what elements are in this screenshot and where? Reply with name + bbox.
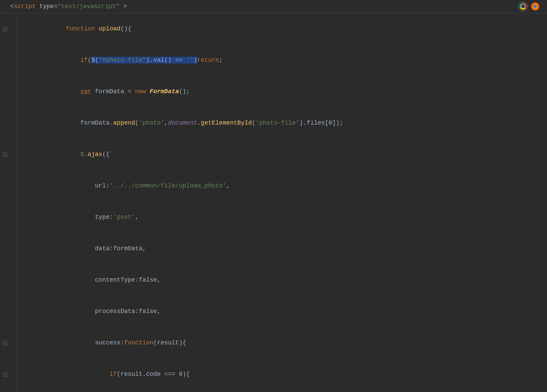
gutter [0, 233, 17, 264]
gutter: ◇ [0, 359, 17, 390]
code-content: url:'../../common/file/upload_photo', [17, 170, 547, 202]
code-line: if($("#photo-file").val() == '')return; [0, 45, 547, 76]
top-bar: <script type="text/javascript" > [0, 0, 547, 13]
code-line: ◇ $.ajax({ [0, 139, 547, 170]
fold-indicator[interactable]: ◇ [3, 27, 7, 31]
code-content: success:function(result){ [17, 327, 547, 359]
code-line: data:formData, [0, 233, 547, 264]
code-line: type:'post', [0, 202, 547, 233]
code-content: function upload(){ [17, 13, 547, 45]
svg-point-2 [522, 5, 524, 8]
code-line: formData.append('photo',document.getElem… [0, 107, 547, 139]
code-line: var formData = new FormData(); [0, 76, 547, 107]
browser-icons [518, 1, 547, 11]
gutter: ◇ [0, 139, 17, 170]
gutter [0, 202, 17, 233]
gutter [0, 296, 17, 327]
gutter [0, 170, 17, 202]
gutter [0, 264, 17, 296]
gutter: ◇ [0, 327, 17, 359]
code-content: formData.append('photo',document.getElem… [17, 107, 547, 139]
code-content: $.ajax({ [17, 139, 547, 170]
code-content: if(result.code === 0){ [17, 359, 547, 390]
fold-indicator[interactable]: ◇ [3, 341, 7, 345]
code-body: ◇ function upload(){ if($("#photo-file")… [0, 13, 547, 392]
gutter [0, 107, 17, 139]
code-content: type:'post', [17, 202, 547, 233]
gutter [0, 76, 17, 107]
code-line: ◇ if(result.code === 0){ [0, 359, 547, 390]
code-line: ◇ function upload(){ [0, 13, 547, 45]
code-content: data:formData, [17, 233, 547, 264]
fold-indicator[interactable]: ◇ [3, 152, 7, 157]
code-line: url:'../../common/file/upload_photo', [0, 170, 547, 202]
code-line: contentType:false, [0, 264, 547, 296]
chrome-icon[interactable] [518, 1, 528, 11]
code-line: processData:false, [0, 296, 547, 327]
code-content: contentType:false, [17, 264, 547, 296]
firefox-icon[interactable] [530, 1, 540, 11]
code-line: ◇ success:function(result){ [0, 327, 547, 359]
gutter [0, 45, 17, 76]
code-content: var formData = new FormData(); [17, 76, 547, 107]
gutter [0, 390, 17, 392]
fold-indicator[interactable]: ◇ [3, 372, 7, 377]
highlighted-block: $("#photo-view").attr('src','../../commo… [0, 390, 547, 392]
gutter: ◇ [0, 13, 17, 45]
code-content: processData:false, [17, 296, 547, 327]
code-content: if($("#photo-file").val() == '')return; [17, 45, 547, 76]
script-tag-label: <script type="text/javascript" > [10, 3, 127, 10]
code-editor: <script type="text/javascript" > [0, 0, 547, 392]
